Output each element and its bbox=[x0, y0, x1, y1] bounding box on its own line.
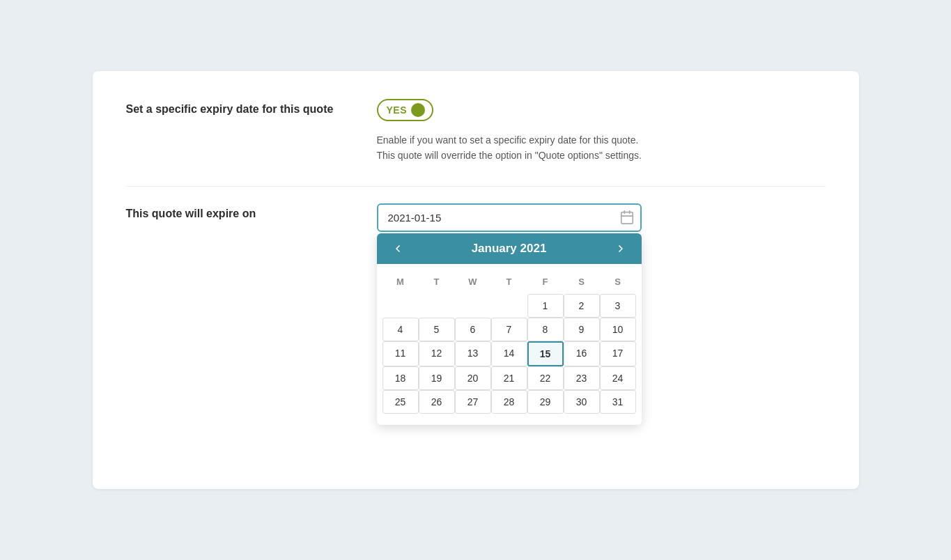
main-card: Set a specific expiry date for this quot… bbox=[93, 71, 859, 489]
calendar-day-19[interactable]: 19 bbox=[419, 366, 455, 390]
calendar-day-8[interactable]: 8 bbox=[527, 318, 564, 341]
section-divider bbox=[126, 186, 826, 187]
calendar-day-10[interactable]: 10 bbox=[600, 318, 636, 341]
chevron-right-icon bbox=[615, 243, 626, 254]
expiry-date-section: This quote will expire on bbox=[126, 203, 826, 232]
calendar-day-empty bbox=[419, 294, 455, 318]
calendar-body: M T W T F S S 12345678910111213141516171… bbox=[377, 264, 642, 425]
date-input[interactable] bbox=[377, 203, 642, 232]
calendar-day-22[interactable]: 22 bbox=[527, 366, 564, 390]
calendar-day-17[interactable]: 17 bbox=[600, 341, 636, 366]
calendar-icon-button[interactable] bbox=[619, 210, 635, 225]
next-month-button[interactable] bbox=[611, 243, 631, 254]
expiry-date-content: January 2021 M T W T F bbox=[377, 203, 826, 232]
expiry-date-label: This quote will expire on bbox=[126, 203, 377, 221]
calendar-day-5[interactable]: 5 bbox=[419, 318, 455, 341]
date-input-wrapper: January 2021 M T W T F bbox=[377, 203, 642, 232]
calendar-day-1[interactable]: 1 bbox=[527, 294, 564, 318]
calendar-day-16[interactable]: 16 bbox=[564, 341, 600, 366]
weekday-tue: T bbox=[419, 272, 455, 291]
calendar-day-29[interactable]: 29 bbox=[527, 390, 564, 414]
calendar-day-20[interactable]: 20 bbox=[455, 366, 491, 390]
calendar-day-11[interactable]: 11 bbox=[382, 341, 419, 366]
toggle-dot bbox=[411, 103, 425, 117]
weekday-sun: S bbox=[600, 272, 636, 291]
calendar-day-7[interactable]: 7 bbox=[491, 318, 527, 341]
calendar-day-4[interactable]: 4 bbox=[382, 318, 419, 341]
toggle-text: YES bbox=[387, 104, 408, 116]
calendar-day-empty bbox=[382, 294, 419, 318]
calendar-days-grid: 1234567891011121314151617181920212223242… bbox=[377, 294, 642, 419]
prev-month-button[interactable] bbox=[388, 243, 408, 254]
calendar-day-28[interactable]: 28 bbox=[491, 390, 527, 414]
weekday-sat: S bbox=[564, 272, 600, 291]
calendar-day-21[interactable]: 21 bbox=[491, 366, 527, 390]
calendar-day-13[interactable]: 13 bbox=[455, 341, 491, 366]
calendar-day-2[interactable]: 2 bbox=[564, 294, 600, 318]
calendar-day-26[interactable]: 26 bbox=[419, 390, 455, 414]
calendar-icon bbox=[619, 210, 635, 225]
calendar-day-empty bbox=[491, 294, 527, 318]
weekday-fri: F bbox=[527, 272, 564, 291]
calendar-day-18[interactable]: 18 bbox=[382, 366, 419, 390]
toggle-wrapper: YES bbox=[377, 99, 826, 121]
calendar-day-30[interactable]: 30 bbox=[564, 390, 600, 414]
calendar-dropdown: January 2021 M T W T F bbox=[377, 233, 642, 425]
svg-rect-0 bbox=[621, 212, 633, 224]
calendar-day-empty bbox=[455, 294, 491, 318]
calendar-day-6[interactable]: 6 bbox=[455, 318, 491, 341]
calendar-day-27[interactable]: 27 bbox=[455, 390, 491, 414]
calendar-day-25[interactable]: 25 bbox=[382, 390, 419, 414]
toggle-description: Enable if you want to set a specific exp… bbox=[377, 132, 826, 164]
calendar-day-31[interactable]: 31 bbox=[600, 390, 636, 414]
calendar-day-23[interactable]: 23 bbox=[564, 366, 600, 390]
calendar-weekdays: M T W T F S S bbox=[377, 270, 642, 294]
chevron-left-icon bbox=[392, 243, 403, 254]
weekday-wed: W bbox=[455, 272, 491, 291]
expiry-toggle-label: Set a specific expiry date for this quot… bbox=[126, 99, 377, 117]
weekday-thu: T bbox=[491, 272, 527, 291]
calendar-day-14[interactable]: 14 bbox=[491, 341, 527, 366]
calendar-header: January 2021 bbox=[377, 233, 642, 264]
calendar-day-9[interactable]: 9 bbox=[564, 318, 600, 341]
weekday-mon: M bbox=[382, 272, 419, 291]
calendar-day-15[interactable]: 15 bbox=[527, 341, 564, 366]
calendar-day-12[interactable]: 12 bbox=[419, 341, 455, 366]
calendar-day-3[interactable]: 3 bbox=[600, 294, 636, 318]
expiry-toggle-section: Set a specific expiry date for this quot… bbox=[126, 99, 826, 164]
calendar-month-year: January 2021 bbox=[472, 242, 547, 256]
yes-toggle[interactable]: YES bbox=[377, 99, 434, 121]
calendar-day-24[interactable]: 24 bbox=[600, 366, 636, 390]
expiry-toggle-content: YES Enable if you want to set a specific… bbox=[377, 99, 826, 164]
